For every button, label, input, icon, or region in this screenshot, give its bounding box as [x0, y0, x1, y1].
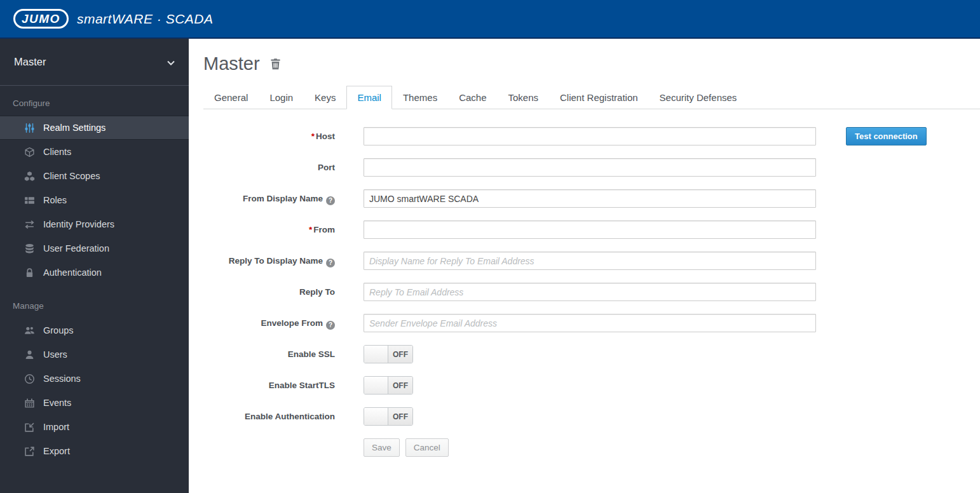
toggle-handle	[364, 377, 388, 394]
sidebar-section-configure: Configure	[0, 86, 189, 116]
form-row-from-display-name: From Display Name?	[203, 189, 980, 208]
calendar-icon	[24, 398, 36, 409]
sidebar-item-import[interactable]: Import	[0, 415, 189, 439]
sidebar-item-label: Events	[43, 398, 71, 408]
enable-ssl-toggle[interactable]: OFF	[364, 345, 413, 363]
required-marker: *	[311, 132, 315, 141]
sidebar-item-groups[interactable]: Groups	[0, 318, 189, 342]
help-icon[interactable]: ?	[326, 321, 335, 330]
sliders-icon	[24, 123, 36, 133]
page-title-row: Master	[203, 53, 980, 74]
enable-starttls-toggle[interactable]: OFF	[364, 376, 413, 395]
jumo-logo: JUMO	[13, 9, 69, 29]
database-icon	[24, 243, 36, 254]
export-arrow-icon	[24, 446, 36, 457]
from-display-name-input[interactable]	[364, 189, 816, 208]
sidebar-item-label: Import	[43, 422, 69, 432]
sidebar-item-label: Sessions	[43, 374, 81, 384]
email-settings-form: *Host Test connection Port From Display …	[203, 127, 980, 457]
import-arrow-icon	[24, 422, 36, 433]
sidebar-item-label: Realm Settings	[43, 123, 105, 133]
sidebar-item-identity-providers[interactable]: Identity Providers	[0, 212, 189, 236]
sidebar-item-clients[interactable]: Clients	[0, 140, 189, 164]
port-label: Port	[203, 158, 364, 177]
toggle-off-label: OFF	[388, 408, 412, 425]
tab-security-defenses[interactable]: Security Defenses	[649, 86, 748, 109]
reply-to-display-name-input[interactable]	[364, 252, 816, 270]
sidebar-item-label: User Federation	[43, 243, 109, 253]
cube-icon	[24, 147, 36, 158]
tab-general[interactable]: General	[203, 86, 259, 109]
sidebar-item-sessions[interactable]: Sessions	[0, 367, 189, 391]
form-row-reply-to: Reply To	[203, 283, 980, 301]
help-icon[interactable]: ?	[326, 259, 335, 267]
test-connection-button[interactable]: Test connection	[846, 127, 927, 145]
form-row-enable-authentication: Enable Authentication OFF	[203, 407, 980, 426]
tab-cache[interactable]: Cache	[448, 86, 497, 109]
sidebar-item-realm-settings[interactable]: Realm Settings	[0, 116, 189, 140]
sidebar-item-label: Users	[43, 349, 67, 360]
toggle-off-label: OFF	[388, 377, 412, 394]
tab-bar: General Login Keys Email Themes Cache To…	[203, 86, 980, 109]
toggle-handle	[364, 408, 388, 425]
save-button[interactable]: Save	[364, 438, 400, 457]
host-label: *Host	[203, 127, 364, 145]
sidebar: Master Configure Realm Settings Clients …	[0, 39, 189, 493]
port-input[interactable]	[364, 158, 816, 177]
tab-themes[interactable]: Themes	[392, 86, 448, 109]
envelope-from-input[interactable]	[364, 314, 816, 332]
required-marker: *	[309, 225, 312, 234]
host-input[interactable]	[364, 127, 816, 145]
main-content: Master General Login Keys Email Themes C…	[189, 39, 980, 493]
lock-icon	[24, 267, 36, 278]
form-actions: Save Cancel	[364, 438, 980, 457]
sidebar-item-label: Groups	[43, 325, 74, 335]
sidebar-item-label: Roles	[43, 195, 67, 205]
sidebar-section-manage: Manage	[0, 285, 189, 318]
sidebar-item-roles[interactable]: Roles	[0, 188, 189, 212]
trash-icon[interactable]	[269, 58, 282, 73]
sidebar-item-label: Authentication	[43, 267, 102, 278]
sidebar-item-user-federation[interactable]: User Federation	[0, 236, 189, 260]
realm-selector-label: Master	[14, 56, 46, 68]
app-header: JUMO smartWARE · SCADA	[0, 0, 980, 39]
tab-keys[interactable]: Keys	[304, 86, 346, 109]
toggle-handle	[364, 346, 388, 363]
sidebar-item-client-scopes[interactable]: Client Scopes	[0, 164, 189, 188]
realm-selector[interactable]: Master	[0, 39, 189, 86]
from-input[interactable]	[364, 220, 816, 239]
form-row-host: *Host Test connection	[203, 127, 980, 145]
envelope-from-label: Envelope From?	[203, 314, 364, 332]
page-title: Master	[203, 53, 260, 74]
exchange-arrows-icon	[24, 219, 36, 230]
user-icon	[24, 349, 36, 360]
toggle-off-label: OFF	[388, 346, 412, 363]
form-row-envelope-from: Envelope From?	[203, 314, 980, 332]
users-group-icon	[24, 325, 36, 336]
form-row-reply-to-display-name: Reply To Display Name?	[203, 252, 980, 270]
sidebar-item-export[interactable]: Export	[0, 439, 189, 463]
sidebar-item-label: Export	[43, 446, 70, 456]
cubes-icon	[24, 171, 36, 182]
enable-starttls-label: Enable StartTLS	[203, 376, 364, 395]
form-row-enable-starttls: Enable StartTLS OFF	[203, 376, 980, 395]
tab-email[interactable]: Email	[346, 86, 392, 109]
from-label: *From	[203, 220, 364, 239]
help-icon[interactable]: ?	[326, 196, 335, 205]
sidebar-item-label: Client Scopes	[43, 171, 100, 181]
form-row-enable-ssl: Enable SSL OFF	[203, 345, 980, 363]
enable-authentication-label: Enable Authentication	[203, 407, 364, 426]
reply-to-input[interactable]	[364, 283, 816, 301]
chevron-down-icon	[167, 56, 175, 68]
enable-authentication-toggle[interactable]: OFF	[364, 407, 413, 426]
tab-client-registration[interactable]: Client Registration	[549, 86, 649, 109]
tab-tokens[interactable]: Tokens	[498, 86, 550, 109]
sidebar-item-events[interactable]: Events	[0, 391, 189, 415]
sidebar-item-label: Identity Providers	[43, 219, 114, 229]
sidebar-item-users[interactable]: Users	[0, 342, 189, 367]
list-blocks-icon	[24, 195, 36, 206]
cancel-button[interactable]: Cancel	[405, 438, 449, 457]
sidebar-item-label: Clients	[43, 147, 71, 157]
tab-login[interactable]: Login	[259, 86, 304, 109]
sidebar-item-authentication[interactable]: Authentication	[0, 260, 189, 285]
